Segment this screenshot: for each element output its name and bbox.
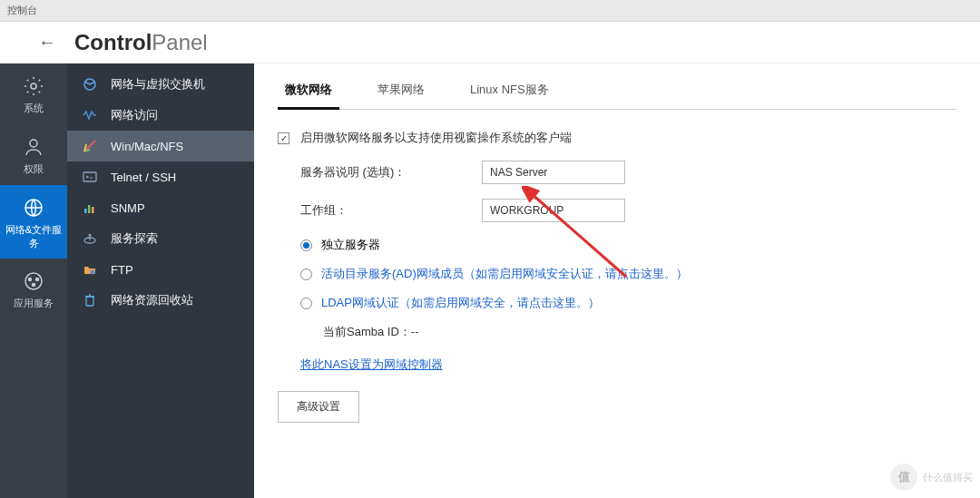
sidebar-item-snmp[interactable]: SNMP — [67, 192, 254, 223]
folder-icon — [82, 261, 98, 278]
radio-ad[interactable] — [300, 269, 312, 280]
svg-point-13 — [89, 234, 92, 237]
radio-standalone-label: 独立服务器 — [321, 237, 380, 253]
server-desc-input[interactable] — [482, 161, 625, 184]
breadcrumb: ← ControlPanel — [0, 22, 980, 63]
terminal-icon — [82, 169, 98, 185]
svg-point-14 — [91, 270, 95, 275]
sidebar-item-recycle[interactable]: 网络资源回收站 — [67, 285, 254, 316]
tabs: 微软网络 苹果网络 Linux NFS服务 — [278, 82, 956, 110]
window-title-bar: 控制台 — [0, 0, 980, 22]
nav-item-apps[interactable]: 应用服务 — [0, 259, 67, 319]
workgroup-row: 工作组： — [300, 199, 956, 222]
user-icon — [22, 135, 45, 159]
sidebar-item-winmacnfs[interactable]: Win/Mac/NFS — [67, 131, 254, 161]
breadcrumb-bold: Control — [74, 30, 152, 55]
svg-point-5 — [36, 278, 39, 281]
tab-apple[interactable]: 苹果网络 — [370, 82, 432, 109]
radio-standalone-row: 独立服务器 — [300, 237, 956, 253]
apps-icon — [22, 269, 45, 293]
back-arrow-icon[interactable]: ← — [38, 32, 56, 53]
primary-nav: 系统 权限 网络&文件服务 应用服务 — [0, 63, 67, 498]
workgroup-input[interactable] — [482, 199, 625, 222]
svg-point-6 — [33, 284, 35, 287]
radio-ldap-label[interactable]: LDAP网域认证（如需启用网域安全，请点击这里。） — [321, 295, 600, 311]
radio-ldap-row: LDAP网域认证（如需启用网域安全，请点击这里。） — [300, 295, 956, 311]
nav-item-permissions[interactable]: 权限 — [0, 124, 67, 185]
svg-point-4 — [29, 278, 32, 281]
svg-rect-11 — [92, 207, 94, 213]
svg-point-0 — [31, 83, 36, 89]
domain-controller-link[interactable]: 将此NAS设置为网域控制器 — [300, 357, 443, 371]
share-icon — [82, 138, 98, 154]
trash-icon — [82, 292, 98, 308]
gear-icon — [22, 74, 45, 98]
radio-ad-label[interactable]: 活动目录服务(AD)网域成员（如需启用网域安全认证，请点击这里。） — [321, 266, 688, 282]
advanced-settings-button[interactable]: 高级设置 — [278, 391, 359, 423]
tab-nfs[interactable]: Linux NFS服务 — [463, 82, 556, 109]
sidebar-item-discovery[interactable]: 服务探索 — [67, 223, 254, 254]
bars-icon — [82, 200, 98, 216]
enable-checkbox[interactable]: ✓ — [278, 132, 289, 144]
globe-icon — [22, 196, 45, 220]
enable-label: 启用微软网络服务以支持使用视窗操作系统的客户端 — [300, 130, 572, 146]
radio-standalone[interactable] — [300, 239, 312, 251]
sidebar-item-telnet[interactable]: Telnet / SSH — [67, 161, 254, 192]
svg-rect-8 — [83, 172, 96, 181]
samba-id-label: 当前Samba ID：-- — [323, 324, 956, 340]
server-desc-row: 服务器说明 (选填)： — [300, 161, 956, 184]
tab-microsoft[interactable]: 微软网络 — [278, 82, 339, 110]
watermark-text: 什么值得买 — [923, 471, 973, 484]
sidebar-item-vswitch[interactable]: 网络与虚拟交换机 — [67, 69, 254, 100]
radar-icon — [82, 230, 98, 247]
watermark: 值 什么值得买 — [890, 464, 973, 491]
radio-ad-row: 活动目录服务(AD)网域成员（如需启用网域安全认证，请点击这里。） — [300, 266, 956, 282]
svg-rect-10 — [88, 205, 91, 213]
nav-item-network-file[interactable]: 网络&文件服务 — [0, 185, 67, 259]
sidebar-item-netaccess[interactable]: 网络访问 — [67, 100, 254, 131]
nav-item-system[interactable]: 系统 — [0, 63, 67, 124]
workgroup-label: 工作组： — [300, 202, 482, 219]
radio-ldap[interactable] — [300, 298, 312, 309]
watermark-logo-icon: 值 — [890, 464, 917, 491]
svg-point-3 — [25, 273, 42, 289]
server-desc-label: 服务器说明 (选填)： — [300, 164, 482, 181]
svg-rect-15 — [86, 297, 93, 306]
svg-rect-9 — [84, 209, 87, 213]
svg-point-1 — [30, 140, 37, 147]
breadcrumb-light: Panel — [152, 30, 207, 55]
title-text: 控制台 — [7, 5, 37, 15]
sidebar-item-ftp[interactable]: FTP — [67, 254, 254, 285]
pulse-icon — [82, 107, 98, 123]
enable-row: ✓ 启用微软网络服务以支持使用视窗操作系统的客户端 — [278, 130, 956, 146]
secondary-nav: 网络与虚拟交换机 网络访问 Win/Mac/NFS Telnet / SSH S… — [67, 63, 254, 498]
network-icon — [82, 76, 98, 93]
content-panel: 微软网络 苹果网络 Linux NFS服务 ✓ 启用微软网络服务以支持使用视窗操… — [254, 63, 980, 498]
